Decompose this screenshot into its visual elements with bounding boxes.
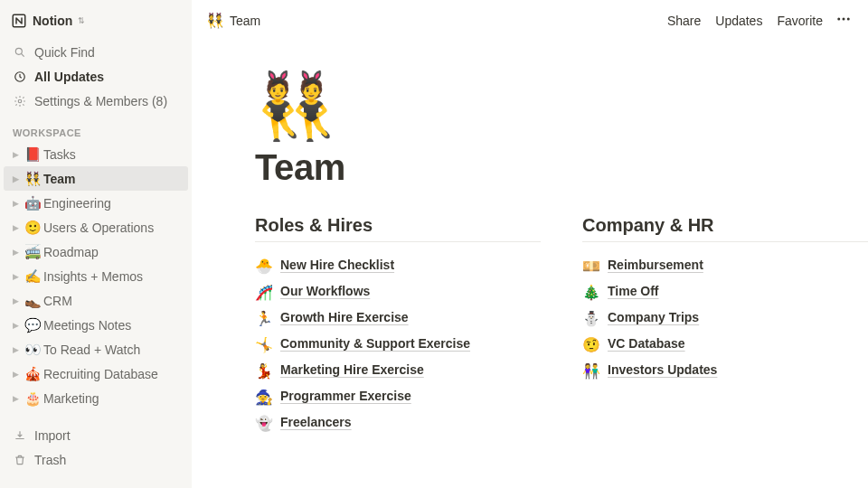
page-content: 👯 Team Roles & Hires 🐣 New Hire Checklis… xyxy=(192,41,868,488)
page-link-growth-hire-exercise[interactable]: 🏃 Growth Hire Exercise xyxy=(255,305,541,332)
chevron-right-icon[interactable]: ▶ xyxy=(9,272,22,281)
import-label: Import xyxy=(34,428,71,443)
chevron-right-icon[interactable]: ▶ xyxy=(9,321,22,330)
page-emoji-icon: 📕 xyxy=(24,146,42,163)
page-link-marketing-hire-exercise[interactable]: 💃 Marketing Hire Exercise xyxy=(255,358,541,384)
workspace-section-header: WORKSPACE xyxy=(0,115,192,142)
breadcrumb-label: Team xyxy=(230,14,260,28)
search-icon xyxy=(13,46,27,59)
sidebar-item-meetings-notes[interactable]: ▶ 💬 Meetings Notes xyxy=(4,313,188,337)
gear-icon xyxy=(13,95,27,108)
page-icon[interactable]: 👯 xyxy=(255,73,868,138)
chevron-right-icon[interactable]: ▶ xyxy=(9,296,22,305)
link-label: Our Workflows xyxy=(280,284,370,298)
chevron-right-icon[interactable]: ▶ xyxy=(9,345,22,354)
page-link-programmer-exercise[interactable]: 🧙 Programmer Exercise xyxy=(255,384,541,410)
import[interactable]: Import xyxy=(4,423,188,447)
sidebar-item-label: Engineering xyxy=(43,196,111,211)
sidebar: Notion ⇅ Quick Find All Updates Settings… xyxy=(0,0,192,488)
sidebar-item-label: Insights + Memos xyxy=(43,269,143,284)
sidebar-item-team[interactable]: ▶ 👯 Team xyxy=(4,166,188,191)
favorite-button[interactable]: Favorite xyxy=(769,10,830,32)
page-link-time-off[interactable]: 🎄 Time Off xyxy=(582,279,868,305)
download-icon xyxy=(13,429,27,442)
more-button[interactable] xyxy=(830,7,857,33)
page-link-our-workflows[interactable]: 🎢 Our Workflows xyxy=(255,279,541,305)
link-label: Programmer Exercise xyxy=(280,389,411,403)
svg-point-6 xyxy=(843,18,845,21)
column-roles-hires: Roles & Hires 🐣 New Hire Checklist 🎢 Our… xyxy=(255,215,541,436)
chevron-right-icon[interactable]: ▶ xyxy=(9,199,22,208)
page-link-freelancers[interactable]: 👻 Freelancers xyxy=(255,410,541,436)
sidebar-item-engineering[interactable]: ▶ 🤖 Engineering xyxy=(4,191,188,215)
link-emoji-icon: 👫 xyxy=(582,362,600,380)
link-label: Time Off xyxy=(608,284,659,298)
column-heading[interactable]: Roles & Hires xyxy=(255,215,541,242)
page-link-investors-updates[interactable]: 👫 Investors Updates xyxy=(582,358,868,384)
main-area: 👯 Team Share Updates Favorite 👯 Team Rol… xyxy=(192,0,868,488)
link-label: Community & Support Exercise xyxy=(280,336,470,351)
sidebar-item-label: Roadmap xyxy=(43,245,99,259)
sidebar-item-label: Team xyxy=(43,172,76,186)
page-link-company-trips[interactable]: ⛄ Company Trips xyxy=(582,305,868,332)
unfold-icon: ⇅ xyxy=(78,17,85,25)
chevron-right-icon[interactable]: ▶ xyxy=(9,223,22,232)
quick-find[interactable]: Quick Find xyxy=(4,40,188,64)
chevron-right-icon[interactable]: ▶ xyxy=(9,370,22,379)
notion-logo-icon xyxy=(11,13,27,29)
updates-button[interactable]: Updates xyxy=(708,10,769,32)
sidebar-item-to-read-watch[interactable]: ▶ 👀 To Read + Watch xyxy=(4,337,188,361)
svg-point-5 xyxy=(837,18,840,21)
sidebar-item-insights-memos[interactable]: ▶ ✍️ Insights + Memos xyxy=(4,264,188,288)
sidebar-item-label: Users & Operations xyxy=(43,221,154,235)
sidebar-item-crm[interactable]: ▶ 👞 CRM xyxy=(4,288,188,313)
link-label: Growth Hire Exercise xyxy=(280,310,409,324)
sidebar-item-label: To Read + Watch xyxy=(43,343,140,357)
workspace-name: Notion xyxy=(33,14,72,28)
trash[interactable]: Trash xyxy=(4,447,188,472)
chevron-right-icon[interactable]: ▶ xyxy=(9,394,22,403)
sidebar-item-label: Marketing xyxy=(43,391,99,406)
svg-point-4 xyxy=(18,99,22,103)
trash-label: Trash xyxy=(34,453,66,467)
sidebar-item-marketing[interactable]: ▶ 🎂 Marketing xyxy=(4,386,188,410)
page-link-reimbursement[interactable]: 💴 Reimbursement xyxy=(582,253,868,279)
link-emoji-icon: ⛄ xyxy=(582,310,600,327)
link-label: VC Database xyxy=(608,336,685,351)
clock-icon xyxy=(13,70,27,83)
page-link-community-support-exercise[interactable]: 🤸 Community & Support Exercise xyxy=(255,332,541,358)
chevron-right-icon[interactable]: ▶ xyxy=(9,150,22,159)
sidebar-item-tasks[interactable]: ▶ 📕 Tasks xyxy=(4,142,188,166)
quick-find-label: Quick Find xyxy=(34,45,95,60)
link-emoji-icon: 💴 xyxy=(582,258,600,275)
link-label: Company Trips xyxy=(608,310,699,324)
settings-members[interactable]: Settings & Members (8) xyxy=(4,89,188,113)
chevron-right-icon[interactable]: ▶ xyxy=(9,174,22,183)
settings-members-label: Settings & Members (8) xyxy=(34,94,167,108)
column-heading[interactable]: Company & HR xyxy=(582,215,868,242)
workspace-switcher[interactable]: Notion ⇅ xyxy=(0,9,192,38)
page-emoji-icon: 🎪 xyxy=(24,366,42,382)
link-emoji-icon: 🎢 xyxy=(255,284,273,301)
page-link-new-hire-checklist[interactable]: 🐣 New Hire Checklist xyxy=(255,253,541,279)
sidebar-item-label: Tasks xyxy=(43,147,76,162)
share-button[interactable]: Share xyxy=(660,10,708,32)
breadcrumb[interactable]: 👯 Team xyxy=(203,8,264,33)
sidebar-top-section: Quick Find All Updates Settings & Member… xyxy=(0,38,192,115)
all-updates[interactable]: All Updates xyxy=(4,64,188,89)
sidebar-item-roadmap[interactable]: ▶ 🚎 Roadmap xyxy=(4,239,188,264)
page-emoji-icon: 🎂 xyxy=(24,390,42,407)
sidebar-item-users-operations[interactable]: ▶ 🙂 Users & Operations xyxy=(4,215,188,239)
all-updates-label: All Updates xyxy=(34,70,104,84)
link-label: Investors Updates xyxy=(608,362,717,377)
chevron-right-icon[interactable]: ▶ xyxy=(9,248,22,257)
link-emoji-icon: 👻 xyxy=(255,415,273,432)
sidebar-item-recruiting-database[interactable]: ▶ 🎪 Recruiting Database xyxy=(4,361,188,386)
sidebar-bottom-section: Import Trash xyxy=(0,423,192,472)
page-title[interactable]: Team xyxy=(255,147,868,188)
link-label: Reimbursement xyxy=(608,258,703,272)
page-emoji-icon: 👞 xyxy=(24,293,42,309)
more-horizontal-icon xyxy=(835,11,852,30)
page-link-vc-database[interactable]: 🤨 VC Database xyxy=(582,332,868,358)
sidebar-item-label: CRM xyxy=(43,294,72,308)
